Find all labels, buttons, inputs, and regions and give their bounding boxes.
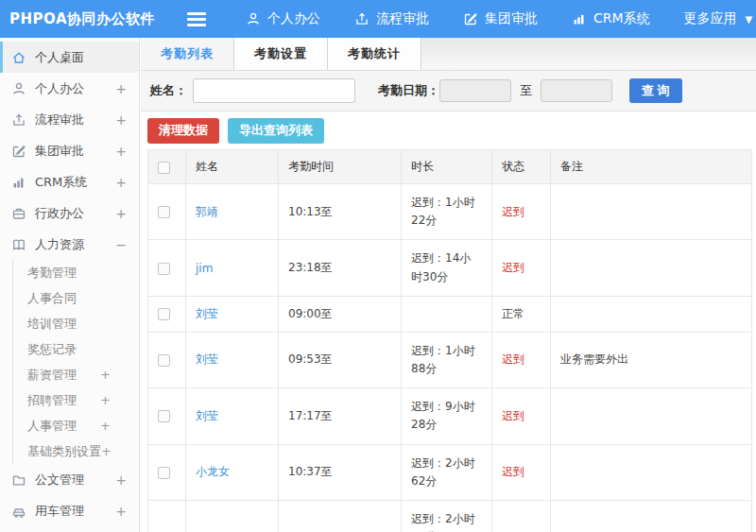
topnav-workflow-approval[interactable]: 流程审批 (354, 10, 429, 27)
bar-chart-icon (11, 175, 26, 190)
remark-cell: 业务需要外出 (551, 332, 752, 387)
expand-indicator: + (115, 112, 127, 128)
employee-name-link[interactable]: 刘莹 (196, 352, 218, 366)
duration-cell: 迟到：9小时28分 (402, 388, 492, 444)
sidebar-item[interactable]: 流程审批+ (0, 104, 139, 135)
topnav-crm-system[interactable]: CRM系统 (572, 10, 650, 27)
table-row: 小龙女10:37至迟到：2小时62分迟到 (148, 444, 752, 500)
row-checkbox[interactable] (158, 206, 170, 218)
remark-cell (551, 240, 752, 296)
employee-name-link[interactable]: jim (196, 262, 213, 275)
remark-cell (551, 444, 752, 500)
sidebar-item[interactable]: 人力资源− (0, 229, 139, 260)
sidebar-subitem[interactable]: 薪资管理+ (13, 362, 139, 387)
expand-indicator: − (115, 237, 127, 252)
flow-icon (11, 112, 26, 128)
topnav-label: CRM系统 (593, 10, 650, 27)
attendance-time: 10:37至 (279, 444, 402, 500)
duration-cell: 迟到：14小时30分 (402, 240, 492, 296)
expand-indicator: + (115, 175, 127, 190)
topnav-label: 更多应用 (684, 10, 737, 27)
select-all-checkbox[interactable] (158, 162, 170, 174)
duration-cell (402, 296, 492, 332)
attendance-table: 姓名 考勤时间 时长 状态 备注 郭靖10:13至迟到：1小时22分迟到jim2… (147, 149, 752, 532)
expand-indicator: + (101, 444, 112, 458)
row-checkbox[interactable] (158, 263, 170, 275)
sidebar-subitem[interactable]: 培训管理 (13, 311, 139, 336)
table-row: 刘莹09:53至迟到：1小时88分迟到业务需要外出 (148, 332, 752, 387)
row-checkbox[interactable] (158, 354, 170, 367)
header-name: 姓名 (186, 150, 279, 184)
home-icon (11, 50, 26, 65)
sidebar-subitem-label: 基础类别设置 (27, 443, 101, 460)
header-duration: 时长 (402, 150, 492, 184)
employee-name-link[interactable]: 刘莹 (196, 409, 218, 422)
clean-data-button[interactable]: 清理数据 (147, 118, 219, 144)
bar-chart-icon (572, 11, 587, 26)
sidebar-subitem[interactable]: 基础类别设置+ (13, 438, 139, 464)
sidebar-subitem[interactable]: 招聘管理+ (13, 387, 139, 413)
remark-cell: 1111 (551, 500, 752, 532)
topnav-label: 集团审批 (485, 10, 538, 27)
sidebar-item[interactable]: 个人桌面 (0, 42, 139, 73)
briefcase-icon (11, 206, 26, 221)
header-remark: 备注 (551, 150, 752, 184)
sidebar-subitem-label: 奖惩记录 (27, 341, 111, 358)
search-button[interactable]: 查 询 (629, 78, 682, 103)
sidebar-subitem[interactable]: 人事合同 (13, 285, 139, 311)
topnav-group-approval[interactable]: 集团审批 (463, 10, 538, 27)
attendance-time: 10:54至10:54 (279, 500, 402, 532)
tab-attendance-list[interactable]: 考勤列表 (141, 38, 234, 70)
caret-down-icon: ▼ (746, 14, 753, 25)
expand-indicator: + (115, 81, 127, 96)
date-filter-label: 考勤日期： (378, 82, 439, 99)
table-container: 姓名 考勤时间 时长 状态 备注 郭靖10:13至迟到：1小时22分迟到jim2… (141, 149, 756, 532)
status-badge: 迟到 (502, 409, 524, 422)
edit-icon (463, 11, 478, 26)
topnav-personal-office[interactable]: 个人办公 (246, 10, 320, 27)
sidebar-subitem[interactable]: 奖惩记录 (13, 336, 139, 362)
main-panel: 考勤列表 考勤设置 考勤统计 姓名： 考勤日期： 至 查 询 清理数据 导出查询… (141, 38, 756, 532)
topnav-more-apps[interactable]: 更多应用 ▼ (684, 10, 753, 27)
sidebar-item[interactable]: 个人办公+ (0, 73, 139, 104)
header-status: 状态 (492, 150, 551, 184)
edit-icon (11, 144, 26, 159)
sidebar-subitem[interactable]: 考勤管理 (13, 260, 139, 285)
sidebar-item-label: 用车管理 (35, 503, 115, 520)
status-badge: 迟到 (502, 205, 524, 218)
sidebar-subitem[interactable]: 人事管理+ (13, 413, 139, 438)
row-checkbox[interactable] (158, 410, 170, 422)
tab-attendance-settings[interactable]: 考勤设置 (234, 38, 328, 70)
table-row: 管理员10:54至10:54迟到：2小时90分早退：7小时10分迟到/早退111… (148, 500, 752, 532)
employee-name-link[interactable]: 刘莹 (196, 307, 218, 320)
date-to-input[interactable] (541, 79, 612, 102)
sidebar-item[interactable]: 用车管理+ (0, 495, 139, 526)
date-to-label: 至 (520, 82, 532, 99)
sidebar-item[interactable]: CRM系统+ (0, 166, 139, 197)
user-icon (11, 81, 26, 96)
expand-indicator: + (115, 504, 127, 519)
sidebar-item[interactable]: 集团审批+ (0, 135, 139, 166)
sidebar-item[interactable]: 公文管理+ (0, 464, 139, 495)
sidebar-item-label: 行政办公 (35, 205, 115, 222)
name-filter-input[interactable] (193, 78, 355, 103)
book-icon (11, 237, 26, 252)
tab-attendance-stats[interactable]: 考勤统计 (328, 38, 421, 70)
hamburger-menu-icon[interactable] (187, 12, 206, 26)
name-filter-label: 姓名： (150, 82, 187, 99)
expand-indicator: + (100, 368, 111, 382)
date-from-input[interactable] (439, 79, 511, 102)
duration-cell: 迟到：1小时22分 (402, 184, 492, 240)
row-checkbox[interactable] (158, 467, 170, 479)
topnav-label: 流程审批 (376, 10, 429, 27)
sidebar-subitem-label: 人事合同 (27, 290, 111, 307)
status-badge: 正常 (502, 307, 524, 320)
top-bar: PHPOA协同办公软件 个人办公 流程审批 集团审批 CRM系统 更多应用 ▼ (0, 0, 756, 38)
employee-name-link[interactable]: 小龙女 (196, 465, 230, 478)
employee-name-link[interactable]: 郭靖 (196, 205, 218, 218)
export-list-button[interactable]: 导出查询列表 (228, 118, 324, 144)
sidebar-item-label: 公文管理 (35, 472, 115, 489)
sidebar-item-label: 人力资源 (35, 236, 115, 253)
row-checkbox[interactable] (158, 308, 170, 320)
sidebar-item[interactable]: 行政办公+ (0, 197, 139, 229)
